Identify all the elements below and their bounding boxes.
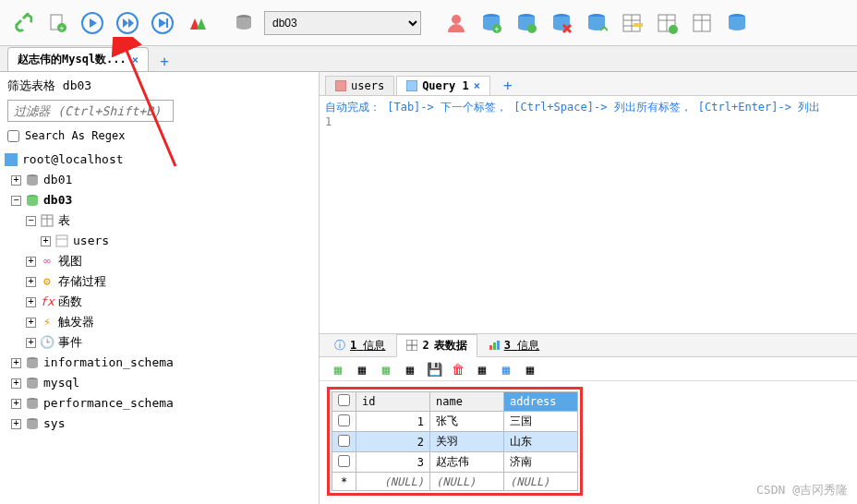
- view3-icon[interactable]: ▦: [521, 360, 539, 378]
- collapse-icon[interactable]: −: [26, 216, 36, 226]
- session-tab[interactable]: 赵志伟的Mysql数... ×: [7, 47, 149, 71]
- collapse-icon[interactable]: −: [11, 196, 21, 206]
- data-table: id name address 1 张飞 三国 2 关羽 山东: [332, 391, 578, 491]
- save-icon[interactable]: 💾: [425, 360, 443, 378]
- db-tree: root@localhost +db01 −db03 −表 +users +∞视…: [0, 146, 319, 504]
- expand-icon[interactable]: +: [41, 236, 51, 246]
- sql-editor[interactable]: 自动完成： [Tab]-> 下一个标签， [Ctrl+Space]-> 列出所有…: [320, 96, 857, 333]
- data-toolbar: ▦ ▦ ▦ ▦ 💾 🗑 ▦ ▦ ▦: [320, 357, 857, 381]
- expand-icon[interactable]: +: [26, 318, 36, 328]
- svg-marker-12: [197, 18, 206, 30]
- svg-point-14: [452, 15, 461, 24]
- tree-triggers[interactable]: +⚡触发器: [4, 312, 315, 332]
- database-refresh-icon[interactable]: [229, 8, 259, 38]
- filter-input[interactable]: [7, 100, 174, 122]
- table-row-selected[interactable]: 2 关羽 山东: [332, 432, 578, 452]
- close-icon[interactable]: ×: [474, 79, 480, 92]
- expand-icon[interactable]: +: [11, 419, 21, 429]
- tree-procs[interactable]: +⚙存储过程: [4, 271, 315, 292]
- db-action3-icon[interactable]: [547, 8, 576, 38]
- svg-marker-7: [128, 18, 134, 28]
- view1-icon[interactable]: ▦: [473, 360, 491, 378]
- db-action4-icon[interactable]: [582, 8, 611, 38]
- expand-icon[interactable]: +: [11, 175, 21, 186]
- tab-users[interactable]: users: [325, 76, 394, 95]
- table-action2-icon[interactable]: [652, 8, 682, 38]
- col-name[interactable]: name: [430, 392, 504, 412]
- table-row-new[interactable]: * (NULL) (NULL) (NULL): [332, 473, 578, 491]
- table-row[interactable]: 1 张飞 三国: [332, 412, 578, 432]
- expand-icon[interactable]: +: [11, 378, 21, 389]
- tree-root[interactable]: root@localhost: [4, 150, 315, 170]
- tree-views[interactable]: +∞视图: [4, 251, 315, 271]
- row-checkbox[interactable]: [338, 414, 350, 426]
- database-icon: [25, 355, 40, 370]
- copy-row-icon[interactable]: ▦: [353, 360, 371, 378]
- svg-text:+: +: [60, 24, 65, 32]
- grid2-icon[interactable]: ▦: [401, 360, 419, 378]
- filter-title: 筛选表格 db03: [0, 72, 319, 96]
- tree-table-users[interactable]: +users: [4, 231, 315, 251]
- add-tab-button[interactable]: +: [154, 51, 175, 71]
- table-action1-icon[interactable]: [617, 8, 646, 38]
- tab-query[interactable]: Query 1×: [396, 76, 490, 95]
- connect-icon[interactable]: [7, 8, 37, 38]
- delete-icon[interactable]: 🗑: [449, 360, 467, 378]
- db-action2-icon[interactable]: [512, 8, 541, 38]
- execute-step-icon[interactable]: [113, 8, 142, 38]
- expand-icon[interactable]: +: [26, 338, 36, 348]
- db-action5-icon[interactable]: [722, 8, 752, 38]
- tab-info1[interactable]: ⓘ1 信息: [325, 335, 394, 356]
- expand-icon[interactable]: +: [26, 277, 36, 287]
- grid-icon[interactable]: ▦: [377, 360, 395, 378]
- tree-db[interactable]: +sys: [4, 414, 315, 434]
- svg-rect-53: [493, 342, 496, 350]
- col-address[interactable]: address: [504, 392, 578, 412]
- checkbox-header[interactable]: [332, 392, 356, 412]
- database-icon: [25, 376, 40, 390]
- table-group-icon: [40, 213, 54, 228]
- line-number: 1: [325, 115, 338, 128]
- tree-funcs[interactable]: +fx函数: [4, 292, 315, 312]
- regex-label: Search As Regex: [25, 129, 125, 142]
- tree-db[interactable]: +mysql: [4, 373, 315, 393]
- col-id[interactable]: id: [356, 392, 430, 412]
- tree-db-active[interactable]: −db03: [4, 190, 315, 210]
- tab-tabledata[interactable]: 2 表数据: [396, 334, 477, 357]
- execute-icon[interactable]: [78, 8, 107, 38]
- svg-rect-48: [406, 80, 417, 91]
- database-icon: [25, 173, 40, 187]
- format-icon[interactable]: [183, 8, 212, 38]
- expand-icon[interactable]: +: [11, 358, 21, 368]
- expand-icon[interactable]: +: [11, 399, 21, 409]
- tree-db[interactable]: +performance_schema: [4, 393, 315, 414]
- tree-tables[interactable]: −表: [4, 210, 315, 231]
- new-document-icon[interactable]: +: [42, 8, 72, 38]
- tree-events[interactable]: +🕒事件: [4, 332, 315, 353]
- database-select[interactable]: db03: [264, 11, 421, 35]
- highlight-box: id name address 1 张飞 三国 2 关羽 山东: [327, 387, 583, 496]
- tree-db[interactable]: +db01: [4, 170, 315, 190]
- table-row[interactable]: 3 赵志伟 济南: [332, 452, 578, 473]
- add-row-icon[interactable]: ▦: [329, 360, 347, 378]
- row-checkbox[interactable]: [338, 435, 350, 447]
- tree-db[interactable]: +information_schema: [4, 353, 315, 373]
- execute-all-icon[interactable]: [148, 8, 177, 38]
- tab-info3[interactable]: 3 信息: [479, 335, 549, 356]
- content-area: users Query 1× + 自动完成： [Tab]-> 下一个标签， [C…: [320, 72, 857, 504]
- regex-checkbox[interactable]: [7, 130, 19, 142]
- user-icon[interactable]: [441, 8, 471, 38]
- table-action3-icon[interactable]: [687, 8, 717, 38]
- add-editor-tab[interactable]: +: [498, 75, 518, 95]
- svg-rect-35: [5, 153, 18, 166]
- row-checkbox[interactable]: [338, 455, 350, 467]
- db-action1-icon[interactable]: +: [477, 8, 506, 38]
- trigger-icon: ⚡: [40, 315, 54, 330]
- close-icon[interactable]: ×: [132, 54, 139, 66]
- svg-marker-4: [90, 18, 97, 28]
- query-icon: [406, 80, 417, 91]
- svg-rect-52: [489, 345, 492, 350]
- expand-icon[interactable]: +: [26, 297, 36, 307]
- expand-icon[interactable]: +: [26, 257, 36, 267]
- view2-icon[interactable]: ▦: [497, 360, 515, 378]
